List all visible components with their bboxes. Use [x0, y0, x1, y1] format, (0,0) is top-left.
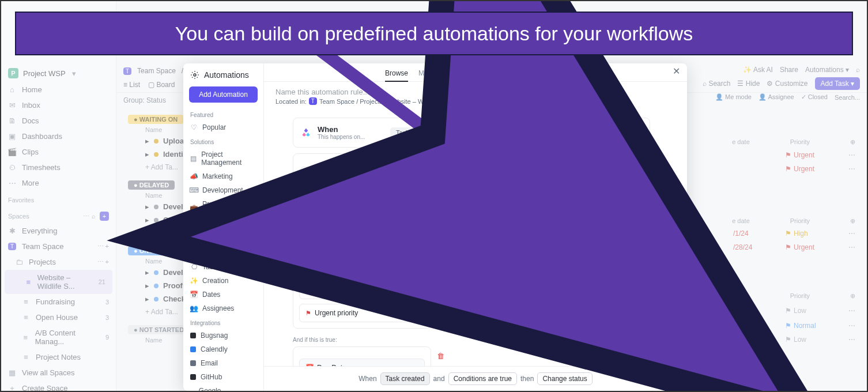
- solution-item[interactable]: 💼Professional Services: [183, 197, 263, 219]
- ask-ai-button[interactable]: ✨ Ask AI: [743, 66, 773, 74]
- add-column-icon[interactable]: ⊕: [850, 292, 855, 300]
- category-item[interactable]: ↪Move: [183, 232, 263, 246]
- project-header[interactable]: P Project WSP ▾: [1, 65, 116, 82]
- search-icon[interactable]: ⌕: [89, 212, 97, 220]
- summary-action[interactable]: Change status: [537, 372, 592, 385]
- solution-item[interactable]: ▤Project Management: [183, 148, 263, 169]
- add-space-button[interactable]: +: [100, 212, 109, 221]
- share-button[interactable]: Share: [780, 66, 798, 74]
- dots-icon[interactable]: ⋯: [848, 151, 855, 159]
- cond1-op[interactable]: is equal to⌄: [299, 281, 425, 299]
- list-item[interactable]: ≡Open House3: [1, 310, 116, 325]
- dots-icon[interactable]: ⋯: [848, 336, 855, 344]
- category-item[interactable]: ◐Statuses: [183, 246, 263, 260]
- search-input[interactable]: Search...: [835, 94, 860, 101]
- list-item[interactable]: ≡Project Notes: [1, 349, 116, 365]
- category-item[interactable]: ⎔Task Types: [183, 260, 263, 274]
- view-all-spaces[interactable]: ▦View all Spaces: [1, 365, 116, 380]
- summary-trigger[interactable]: Task created: [380, 372, 430, 385]
- status-pill[interactable]: ● ONGOING: [128, 246, 176, 255]
- status-pill[interactable]: ● WAITING ON: [128, 115, 183, 124]
- tasks-scope-chip[interactable]: Tasks ▾: [390, 127, 424, 138]
- category-item[interactable]: 👥Assignees: [183, 301, 263, 315]
- me-mode-chip[interactable]: 👤 Me mode: [715, 93, 752, 101]
- add-action-button[interactable]: +: [670, 231, 682, 243]
- nav-more[interactable]: ⋯More: [1, 175, 116, 191]
- integration-item[interactable]: Bugsnag: [183, 329, 263, 342]
- favorites-section[interactable]: Favorites: [1, 191, 116, 206]
- team-space-item[interactable]: TTeam Space⋯ +: [1, 239, 116, 254]
- add-column-icon[interactable]: ⊕: [850, 138, 855, 146]
- integration-item[interactable]: Calendly: [183, 342, 263, 356]
- tab-board[interactable]: ▢ Board: [148, 81, 175, 89]
- category-item[interactable]: ✨Creation: [183, 274, 263, 288]
- dots-icon[interactable]: ⋯: [848, 243, 855, 251]
- list-icon: ≡: [22, 298, 30, 306]
- list-item[interactable]: ≡Website – Wildlife S...21: [5, 270, 112, 294]
- create-space[interactable]: +Create Space: [1, 380, 116, 392]
- nav-clips[interactable]: 🎬Clips: [1, 144, 116, 160]
- tab-usage[interactable]: Usage: [454, 66, 474, 81]
- automations-button[interactable]: Automations ▾: [805, 66, 849, 74]
- trigger-select[interactable]: 🗎 Task created⌄: [300, 167, 424, 185]
- dots-icon[interactable]: ⋯: [848, 307, 855, 315]
- data-row[interactable]: ⚑ Urgent ⋯: [733, 165, 855, 173]
- action-select[interactable]: Change status⌄: [519, 167, 643, 185]
- nav-inbox[interactable]: ✉Inbox: [1, 97, 116, 113]
- close-icon[interactable]: ✕: [673, 66, 680, 77]
- summary-condition[interactable]: Conditions are true: [448, 372, 517, 385]
- search-button[interactable]: ⌕ Search: [703, 80, 730, 88]
- dots-icon[interactable]: ⋯: [848, 165, 855, 173]
- data-row[interactable]: /1/24 ⚑ High ⋯: [733, 229, 855, 238]
- tab-list[interactable]: ≡ List: [123, 81, 140, 89]
- tab-browse[interactable]: Browse: [385, 66, 408, 82]
- add-task-button[interactable]: Add Task ▾: [815, 77, 861, 90]
- integration-item[interactable]: Email: [183, 356, 263, 370]
- add-automation-button[interactable]: Add Automation: [189, 86, 258, 103]
- date-column-header: e date: [732, 292, 750, 300]
- add-column-icon[interactable]: ⊕: [850, 217, 855, 225]
- data-row[interactable]: /28/24 ⚑ Low ⋯: [733, 336, 855, 344]
- tab-activity[interactable]: Activity: [484, 66, 506, 81]
- dots-icon[interactable]: ⋯: [848, 322, 855, 330]
- hide-button[interactable]: ☰ Hide: [737, 80, 760, 88]
- tab-manage[interactable]: Manage: [418, 66, 443, 81]
- status-pill[interactable]: ● DELAYED: [128, 180, 175, 190]
- tab-recurring[interactable]: Recurring: [516, 66, 546, 81]
- integration-item[interactable]: Google CalendarNew: [183, 384, 263, 392]
- data-row[interactable]: /10/24 ⚑ Normal ⋯: [733, 322, 855, 330]
- nav-docs[interactable]: 🗎Docs: [1, 113, 116, 129]
- group-status[interactable]: Group: Status: [123, 96, 166, 104]
- flag-icon: ⚑: [785, 229, 791, 238]
- trash-icon[interactable]: 🗑: [437, 352, 444, 360]
- customize-button[interactable]: ⚙ Customize: [767, 80, 807, 88]
- automation-name-input[interactable]: Name this automation rule...: [264, 82, 687, 97]
- status-pill[interactable]: ● NOT STARTED: [128, 325, 190, 334]
- solution-item[interactable]: ⌨Development: [183, 183, 263, 197]
- data-row[interactable]: 16/24 ⚑ Low ⋯: [733, 307, 855, 315]
- dots-icon[interactable]: ⋯: [83, 213, 89, 220]
- integration-item[interactable]: GitHub: [183, 370, 263, 384]
- list-item[interactable]: ≡A/B Content Manag...9: [1, 325, 116, 349]
- popular-item[interactable]: ♡Popular: [183, 120, 263, 134]
- solution-item[interactable]: 📣Marketing: [183, 169, 263, 183]
- trash-icon[interactable]: 🗑: [437, 251, 444, 259]
- projects-folder[interactable]: 🗀Projects⋯ +: [1, 254, 116, 270]
- data-row[interactable]: /28/24 ⚑ Urgent ⋯: [733, 243, 855, 251]
- search-icon[interactable]: ⌕: [856, 66, 860, 74]
- nav-home[interactable]: ⌂Home: [1, 82, 116, 97]
- closed-chip[interactable]: ✓ Closed: [801, 93, 828, 101]
- nav-timesheets[interactable]: ⏲Timesheets: [1, 160, 116, 175]
- dots-icon[interactable]: ⋯: [848, 229, 855, 238]
- category-item[interactable]: 📅Dates: [183, 288, 263, 301]
- created-by-select[interactable]: 10 sources selected⌄: [300, 202, 424, 220]
- everything-item[interactable]: ✱Everything: [1, 223, 116, 239]
- status-select[interactable]: Select...⌄: [519, 202, 643, 220]
- assignee-chip[interactable]: 👤 Assignee: [758, 93, 794, 101]
- cond2-field[interactable]: 📅 Due Date⌄: [299, 359, 425, 366]
- cond1-value[interactable]: ⚑ Urgent priority: [299, 304, 425, 322]
- data-row[interactable]: ⚑ Urgent ⋯: [733, 151, 855, 159]
- nav-dashboards[interactable]: ▣Dashboards: [1, 129, 116, 144]
- list-item[interactable]: ≡Fundraising3: [1, 294, 116, 310]
- cond1-field[interactable]: ⚑ Priority⌄: [299, 258, 425, 276]
